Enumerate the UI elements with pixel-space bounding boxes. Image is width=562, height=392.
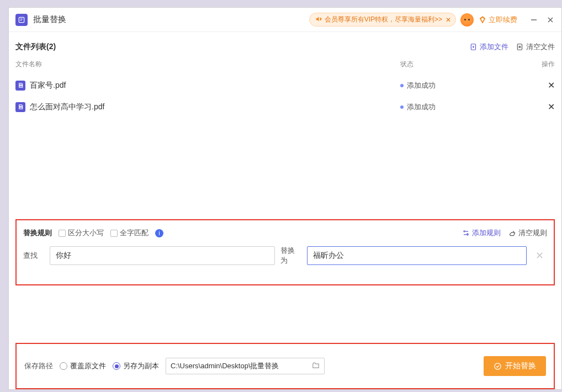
rules-header: 替换规则 区分大小写 全字匹配 i 添加规则	[23, 228, 547, 238]
start-icon	[494, 362, 502, 370]
file-action: ✕	[533, 102, 555, 112]
vip-banner[interactable]: 会员尊享所有VIP特权，尽享海量福利>> ✕	[309, 13, 456, 27]
case-sensitive-label: 区分大小写	[68, 228, 104, 238]
replace-input[interactable]	[307, 246, 527, 265]
save-panel: 保存路径 覆盖原文件 另存为副本 开始替换	[15, 343, 555, 389]
file-name: 怎么面对高中学习.pdf	[30, 102, 400, 112]
column-action: 操作	[533, 60, 555, 69]
add-rule-label: 添加规则	[472, 228, 501, 238]
clear-files-icon	[516, 43, 524, 51]
status-dot-icon	[400, 105, 404, 109]
overwrite-label: 覆盖原文件	[70, 361, 106, 371]
content-area: 文件列表(2) 添加文件 清空文件 文件名称 状态 操作	[9, 32, 561, 389]
filelist-body: 百家号.pdf 添加成功 ✕ 怎么面对高中学习.pdf 添加成功	[15, 75, 555, 219]
window-controls	[529, 15, 555, 24]
clear-rules-button[interactable]: 清空规则	[508, 228, 547, 238]
remove-file-icon[interactable]: ✕	[548, 102, 555, 112]
titlebar: 批量替换 会员尊享所有VIP特权，尽享海量福利>> ✕ 立即续费	[9, 8, 561, 32]
replace-label: 替换为	[280, 246, 301, 266]
close-button[interactable]	[546, 15, 555, 24]
svg-point-4	[464, 231, 465, 232]
whole-word-label: 全字匹配	[120, 228, 149, 238]
radio-icon	[60, 362, 67, 370]
rule-row: 查找 替换为 ✕	[23, 246, 547, 266]
add-file-label: 添加文件	[480, 42, 508, 52]
svg-point-6	[495, 363, 501, 369]
radio-icon	[113, 362, 120, 370]
pdf-icon	[15, 81, 25, 91]
path-input[interactable]	[171, 362, 312, 370]
app-icon	[15, 14, 28, 26]
column-name: 文件名称	[15, 60, 400, 69]
minimize-button[interactable]	[529, 15, 538, 24]
batch-replace-window: 批量替换 会员尊享所有VIP特权，尽享海量福利>> ✕ 立即续费	[8, 7, 562, 390]
find-input[interactable]	[50, 246, 275, 265]
status-text: 添加成功	[407, 81, 436, 91]
filelist-header: 文件列表(2) 添加文件 清空文件	[15, 42, 555, 52]
vip-banner-text: 会员尊享所有VIP特权，尽享海量福利>>	[325, 15, 442, 24]
clear-files-label: 清空文件	[526, 42, 555, 52]
checkbox-icon	[110, 230, 118, 237]
saveas-label: 另存为副本	[123, 361, 159, 371]
avatar[interactable]	[460, 13, 474, 27]
saveas-radio[interactable]: 另存为副本	[113, 361, 159, 371]
checkbox-icon	[59, 230, 66, 237]
spacer	[15, 285, 555, 343]
save-path-label: 保存路径	[24, 361, 53, 371]
filelist-actions: 添加文件 清空文件	[470, 42, 555, 52]
find-label: 查找	[23, 251, 44, 261]
rules-title: 替换规则	[23, 228, 52, 238]
add-rule-button[interactable]: 添加规则	[462, 228, 501, 238]
file-row: 百家号.pdf 添加成功 ✕	[15, 75, 555, 96]
whole-word-checkbox[interactable]: 全字匹配	[110, 228, 149, 238]
overwrite-radio[interactable]: 覆盖原文件	[60, 361, 106, 371]
renew-label: 立即续费	[489, 15, 517, 25]
start-label: 开始替换	[505, 361, 536, 371]
start-replace-button[interactable]: 开始替换	[484, 356, 546, 376]
speaker-icon	[315, 15, 322, 24]
case-sensitive-checkbox[interactable]: 区分大小写	[59, 228, 104, 238]
remove-rule-icon[interactable]: ✕	[532, 250, 547, 262]
add-file-icon	[470, 43, 478, 51]
file-status: 添加成功	[400, 102, 533, 112]
browse-folder-icon[interactable]	[312, 362, 320, 371]
file-row: 怎么面对高中学习.pdf 添加成功 ✕	[15, 96, 555, 118]
path-input-wrap	[166, 358, 325, 374]
renew-button[interactable]: 立即续费	[478, 15, 517, 25]
rules-actions: 添加规则 清空规则	[462, 228, 547, 238]
add-rule-icon	[462, 229, 470, 237]
add-file-button[interactable]: 添加文件	[470, 42, 508, 52]
clear-files-button[interactable]: 清空文件	[516, 42, 555, 52]
info-icon[interactable]: i	[155, 229, 163, 237]
status-text: 添加成功	[407, 102, 436, 112]
clear-rules-icon	[508, 229, 516, 237]
titlebar-right: 会员尊享所有VIP特权，尽享海量福利>> ✕ 立即续费	[309, 13, 555, 27]
filelist-title: 文件列表(2)	[15, 42, 56, 52]
vip-banner-close-icon[interactable]: ✕	[446, 16, 451, 24]
file-name: 百家号.pdf	[30, 81, 400, 91]
remove-file-icon[interactable]: ✕	[548, 81, 555, 90]
window-title: 批量替换	[33, 14, 66, 25]
status-dot-icon	[400, 84, 404, 87]
file-action: ✕	[533, 80, 555, 91]
clear-rules-label: 清空规则	[518, 228, 547, 238]
column-status: 状态	[400, 60, 533, 69]
pdf-icon	[15, 102, 25, 112]
rules-panel: 替换规则 区分大小写 全字匹配 i 添加规则	[15, 219, 555, 285]
table-header: 文件名称 状态 操作	[15, 57, 555, 75]
file-status: 添加成功	[400, 81, 533, 91]
vip-badge-icon	[478, 15, 487, 24]
